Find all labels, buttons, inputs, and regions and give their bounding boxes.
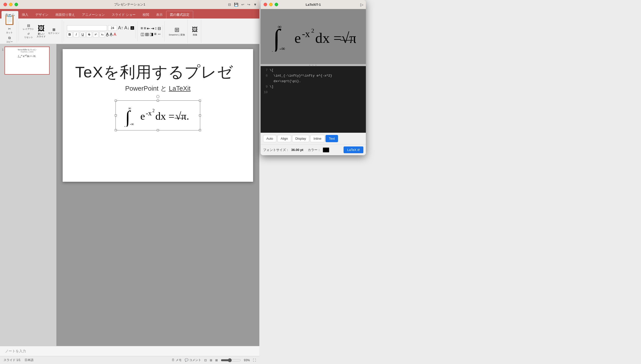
latexit-maximize-button[interactable]: [275, 3, 278, 6]
view-reader-icon[interactable]: ⊠: [215, 358, 218, 362]
notes-bar[interactable]: ノートを入力: [0, 346, 259, 356]
divider-1: [19, 21, 19, 41]
image-button[interactable]: 🖼 画像: [191, 26, 199, 37]
zoom-slider[interactable]: [221, 358, 241, 362]
divider-3: [137, 21, 138, 41]
text-shadow-button[interactable]: A̤: [106, 32, 109, 37]
font-decrease-button[interactable]: A↓: [124, 25, 130, 31]
tab-animations[interactable]: アニメーション: [78, 11, 108, 19]
superscript-button[interactable]: x²: [93, 32, 98, 37]
smartart-button[interactable]: ⊞ SmartArt に変換: [168, 26, 186, 37]
tab-view[interactable]: 表示: [153, 11, 166, 19]
ribbon-group-image: 🖼 画像: [189, 20, 201, 43]
clear-format-button[interactable]: 🅰: [131, 26, 134, 30]
mode-auto-button[interactable]: Auto: [263, 135, 276, 142]
tab-insert[interactable]: 挿入: [18, 11, 32, 19]
latexit-editor[interactable]: 7 \[ 8 \int_{-\infty}^\infty e^{-x^2} dx…: [261, 66, 366, 133]
ribbon-group-smartart: ⊞ SmartArt に変換: [166, 20, 188, 43]
new-slide-button[interactable]: 🖼 新しいスライド: [37, 24, 46, 38]
bold-button[interactable]: B: [67, 32, 72, 37]
reset-button[interactable]: ↺ リセット: [23, 32, 34, 40]
handle-bl[interactable]: [115, 129, 117, 131]
view-grid-icon[interactable]: ⊞: [210, 358, 212, 362]
handle-mr[interactable]: [199, 114, 201, 116]
tab-review[interactable]: 校閲: [139, 11, 153, 19]
copy-button[interactable]: ⧉コピー: [5, 35, 14, 44]
text-direction-button[interactable]: ↔: [157, 32, 161, 37]
view-normal-icon[interactable]: ⊡: [204, 358, 207, 362]
slide-thumbnail[interactable]: TeXを利用するプレゼン PowerPoint と LaTeXit ∫-∞∞ e…: [5, 47, 50, 75]
latexit-expand-button[interactable]: ▷: [360, 2, 363, 7]
line-content-7: \[: [270, 68, 274, 73]
svg-text:dx =: dx =: [155, 110, 174, 122]
rotate-handle[interactable]: [156, 95, 159, 98]
mode-inline-button[interactable]: Inline: [310, 135, 325, 142]
ribbon-group-paste: 📋 ✂カット ⧉コピー ペースト: [2, 20, 17, 43]
slide-panel: 1 TeXを利用するプレゼン PowerPoint と LaTeXit ∫-∞∞…: [0, 44, 56, 346]
tab-design[interactable]: デザイン: [32, 11, 52, 19]
handle-bm[interactable]: [157, 129, 159, 131]
fit-window-button[interactable]: ⛶: [253, 358, 256, 362]
thumb-subtitle: PowerPoint と LaTeXit: [21, 51, 33, 53]
font-size-input[interactable]: 24: [108, 25, 117, 31]
font-color-button[interactable]: A: [114, 32, 116, 37]
handle-tr[interactable]: [199, 100, 201, 102]
section-button[interactable]: ▦ セクション: [47, 27, 60, 35]
strikethrough-button[interactable]: S̶: [86, 32, 92, 37]
font-name-input[interactable]: [67, 25, 107, 31]
latex-it-button[interactable]: LaTeX it!: [344, 146, 363, 153]
ppt-minimize-button[interactable]: [9, 3, 13, 6]
align-center-button[interactable]: ▤: [145, 32, 149, 37]
tab-format[interactable]: 図の書式設定: [166, 11, 193, 19]
latexit-minimize-button[interactable]: [269, 3, 273, 6]
line-spacing-button[interactable]: ↕: [155, 26, 157, 31]
align-left-button[interactable]: ◫: [141, 32, 144, 37]
cut-button[interactable]: ✂カット: [5, 26, 14, 35]
svg-text:2: 2: [152, 108, 155, 113]
align-right-button[interactable]: ◨: [150, 32, 153, 37]
increase-indent-button[interactable]: ⇥: [151, 26, 154, 31]
handle-br[interactable]: [199, 129, 201, 131]
memo-button[interactable]: 🗒 メモ: [172, 358, 181, 362]
editor-line-8a: 8 \int_{-\infty}^\infty e^{-x^2}: [263, 73, 363, 79]
tab-slideshow[interactable]: スライド ショー: [108, 11, 139, 19]
save-icon[interactable]: 💾: [234, 3, 238, 7]
redo-icon[interactable]: ↪: [247, 3, 250, 7]
layout-button[interactable]: ▤ レイアウト: [22, 23, 35, 31]
underline-button[interactable]: U: [80, 32, 85, 37]
ppt-close-button[interactable]: [4, 3, 7, 6]
undo-icon[interactable]: ↩: [241, 3, 244, 7]
slide-canvas[interactable]: TeXを利用するプレゼ PowerPoint と LaTeXit: [63, 49, 253, 182]
columns-button[interactable]: ⊟: [158, 26, 161, 31]
svg-text:e: e: [140, 110, 145, 122]
ppt-maximize-button[interactable]: [15, 3, 18, 6]
bullets-button[interactable]: ≡: [141, 26, 143, 31]
decrease-indent-button[interactable]: ⇤: [147, 26, 150, 31]
paste-button[interactable]: 📋: [4, 14, 15, 25]
color-picker[interactable]: [323, 147, 329, 152]
handle-tm[interactable]: [157, 100, 159, 102]
numbering-button[interactable]: ≡: [144, 26, 146, 31]
justify-button[interactable]: ≡: [154, 32, 156, 37]
char-spacing-button[interactable]: Ạ: [110, 32, 113, 37]
formula-selection-box[interactable]: ∫ -∞ ∞ e -x 2 dx = √π.: [116, 100, 200, 130]
latexit-close-button[interactable]: [264, 3, 267, 6]
notes-placeholder: ノートを入力: [5, 349, 26, 353]
mode-text-button[interactable]: Text: [326, 135, 338, 142]
sidebar-icon[interactable]: ⊟: [228, 3, 231, 7]
latexit-resize-handle[interactable]: • • •: [261, 64, 366, 66]
comment-button[interactable]: 💬 コメント: [185, 358, 201, 362]
subscript-button[interactable]: x₂: [99, 32, 105, 37]
tab-transitions[interactable]: 画面切り替え: [52, 11, 78, 19]
italic-button[interactable]: I: [73, 32, 79, 37]
font-increase-button[interactable]: A↑: [118, 25, 123, 31]
line-content-9: \]: [270, 84, 274, 90]
handle-ml[interactable]: [115, 114, 117, 116]
more-icon[interactable]: ▼: [253, 3, 257, 7]
ribbon-group-slide: ▤ レイアウト ↺ リセット 🖼 新しいスライド ▦ セクション: [20, 20, 62, 43]
mode-align-button[interactable]: Align: [277, 135, 291, 142]
mode-display-button[interactable]: Display: [292, 135, 309, 142]
handle-tl[interactable]: [115, 100, 117, 102]
divider-4: [164, 21, 165, 41]
divider-2: [64, 21, 64, 41]
